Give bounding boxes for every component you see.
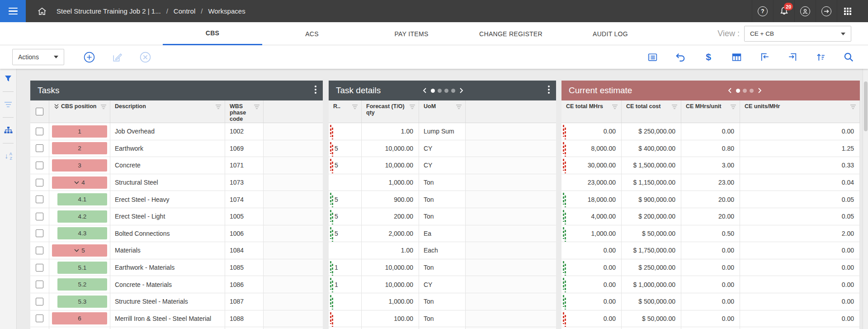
resource-cell[interactable]: 1 bbox=[329, 259, 362, 276]
description-cell[interactable]: Bolted Connections bbox=[110, 225, 225, 242]
cbs-position-badge[interactable]: 1 bbox=[52, 125, 107, 138]
sort-order-icon[interactable] bbox=[812, 48, 829, 66]
cbs-position-cell[interactable]: 5 bbox=[49, 242, 110, 259]
cbs-position-cell[interactable]: 6 bbox=[49, 310, 110, 327]
uom-cell[interactable]: Ton bbox=[419, 310, 466, 327]
ce-total-cost-cell[interactable]: $ 900,000.00 bbox=[622, 191, 681, 208]
cbs-position-badge[interactable]: 5.2 bbox=[57, 278, 107, 291]
currency-icon[interactable]: $ bbox=[700, 48, 717, 66]
ce-total-cost-cell[interactable]: $ 250,000.00 bbox=[622, 123, 681, 140]
wbs-code-cell[interactable]: 1002 bbox=[225, 123, 264, 140]
tab-pay-items[interactable]: PAY ITEMS bbox=[362, 22, 461, 45]
row-checkbox[interactable] bbox=[36, 128, 43, 135]
ce-units-mhr-cell[interactable]: 0.00 bbox=[740, 259, 860, 276]
ce-total-mhrs-cell[interactable]: 0.00 bbox=[561, 293, 622, 310]
uom-cell[interactable]: Ton bbox=[419, 174, 466, 191]
description-cell[interactable]: Concrete - Materials bbox=[110, 276, 225, 293]
ce-units-mhr-cell[interactable]: 0.05 bbox=[740, 208, 860, 225]
breadcrumb-project[interactable]: Steel Structure Training Job 2 | 1... bbox=[57, 7, 161, 15]
ce-units-mhr-cell[interactable]: 0.05 bbox=[740, 191, 860, 208]
columns-icon[interactable] bbox=[728, 48, 745, 66]
ce-mhrs-unit-cell[interactable]: 0.50 bbox=[681, 225, 740, 242]
filter-icon[interactable] bbox=[672, 105, 677, 110]
resource-cell[interactable] bbox=[329, 242, 362, 259]
carousel-prev-icon[interactable] bbox=[726, 86, 733, 95]
wbs-code-cell[interactable]: 1086 bbox=[225, 276, 264, 293]
sort-az-icon[interactable]: ↓ A Z bbox=[0, 146, 16, 166]
row-select-cell[interactable] bbox=[30, 140, 49, 157]
filter-icon[interactable] bbox=[612, 105, 618, 110]
breadcrumb-control[interactable]: Control bbox=[174, 7, 195, 15]
tab-audit-log[interactable]: AUDIT LOG bbox=[561, 22, 660, 45]
hierarchy-icon[interactable] bbox=[0, 120, 16, 140]
forecast-qty-cell[interactable]: 1,000.00 bbox=[362, 174, 419, 191]
notifications-icon[interactable]: 20 bbox=[773, 0, 794, 22]
row-checkbox[interactable] bbox=[36, 213, 43, 220]
filter-icon[interactable] bbox=[352, 105, 358, 110]
export-icon[interactable] bbox=[784, 48, 801, 66]
resource-cell[interactable] bbox=[329, 310, 362, 327]
carousel-dot[interactable] bbox=[444, 89, 448, 93]
cbs-position-badge[interactable]: 3 bbox=[52, 159, 107, 172]
help-icon[interactable]: ? bbox=[752, 0, 773, 22]
ce-total-mhrs-cell[interactable]: 18,000.00 bbox=[561, 191, 622, 208]
ce-total-mhrs-cell[interactable]: 0.00 bbox=[561, 123, 622, 140]
wbs-code-cell[interactable]: 1071 bbox=[225, 157, 264, 174]
cbs-position-cell[interactable]: 3 bbox=[49, 157, 110, 174]
row-checkbox[interactable] bbox=[36, 298, 43, 305]
description-cell[interactable]: Erect Steel - Heavy bbox=[110, 191, 225, 208]
add-icon[interactable] bbox=[80, 48, 98, 66]
forecast-qty-cell[interactable]: 100.00 bbox=[362, 310, 419, 327]
ce-total-cost-cell[interactable]: $ 50,000.00 bbox=[622, 225, 681, 242]
account-icon[interactable] bbox=[794, 0, 816, 22]
forecast-qty-cell[interactable]: 10,000.00 bbox=[362, 157, 419, 174]
ce-total-cost-cell[interactable]: $ 1,150,000.00 bbox=[622, 174, 681, 191]
ce-units-mhr-cell[interactable]: 0.00 bbox=[740, 123, 860, 140]
forecast-qty-cell[interactable]: 200.00 bbox=[362, 208, 419, 225]
uom-cell[interactable]: Ea bbox=[419, 225, 466, 242]
uom-cell[interactable]: Ton bbox=[419, 259, 466, 276]
cbs-position-cell[interactable]: 4.3 bbox=[49, 225, 110, 242]
forecast-qty-cell[interactable]: 10,000.00 bbox=[362, 140, 419, 157]
ce-mhrs-unit-cell[interactable]: 0.00 bbox=[681, 259, 740, 276]
column-header-ce-mhrs-unit[interactable]: CE MHrs/unit bbox=[681, 100, 740, 123]
resource-cell[interactable] bbox=[329, 174, 362, 191]
resource-cell[interactable]: 5 bbox=[329, 140, 362, 157]
filter-icon[interactable] bbox=[410, 105, 415, 110]
forecast-qty-cell[interactable]: 2,000.00 bbox=[362, 225, 419, 242]
ce-total-mhrs-cell[interactable]: 8,000.00 bbox=[561, 140, 622, 157]
filter-icon[interactable] bbox=[216, 105, 221, 110]
menu-icon[interactable] bbox=[0, 0, 26, 22]
wbs-code-cell[interactable]: 1069 bbox=[225, 140, 264, 157]
row-checkbox[interactable] bbox=[36, 162, 43, 169]
row-select-cell[interactable] bbox=[30, 310, 49, 327]
cbs-position-badge[interactable]: 5 bbox=[52, 244, 107, 257]
description-cell[interactable]: Materials bbox=[110, 242, 225, 259]
row-select-cell[interactable] bbox=[30, 208, 49, 225]
tab-cbs[interactable]: CBS bbox=[163, 22, 262, 45]
row-checkbox[interactable] bbox=[36, 229, 43, 237]
ce-total-cost-cell[interactable]: $ 400,000.00 bbox=[622, 140, 681, 157]
cbs-position-cell[interactable]: 5.3 bbox=[49, 293, 110, 310]
row-select-cell[interactable] bbox=[30, 225, 49, 242]
column-header-r[interactable]: R.. bbox=[329, 100, 362, 123]
column-header-ce-units-mhr[interactable]: CE units/MHr bbox=[740, 100, 860, 123]
scrollbar-thumb[interactable] bbox=[864, 81, 868, 131]
ce-total-mhrs-cell[interactable]: 30,000.00 bbox=[561, 157, 622, 174]
forecast-qty-cell[interactable]: 1.00 bbox=[362, 123, 419, 140]
row-select-cell[interactable] bbox=[30, 123, 49, 140]
filter-icon[interactable] bbox=[456, 105, 462, 110]
ce-total-cost-cell[interactable]: $ 250,000.00 bbox=[622, 259, 681, 276]
resource-cell[interactable]: 5 bbox=[329, 225, 362, 242]
wbs-code-cell[interactable]: 1084 bbox=[225, 242, 264, 259]
ce-units-mhr-cell[interactable]: 0.00 bbox=[740, 293, 860, 310]
cbs-position-badge[interactable]: 4.1 bbox=[57, 193, 107, 205]
row-checkbox[interactable] bbox=[36, 247, 43, 254]
carousel-dot[interactable] bbox=[451, 89, 455, 93]
row-select-cell[interactable] bbox=[30, 157, 49, 174]
cbs-position-cell[interactable]: 1 bbox=[49, 123, 110, 140]
ce-total-mhrs-cell[interactable]: 4,000.00 bbox=[561, 208, 622, 225]
ce-total-mhrs-cell[interactable]: 0.00 bbox=[561, 259, 622, 276]
row-select-cell[interactable] bbox=[30, 293, 49, 310]
filter-icon[interactable] bbox=[731, 105, 736, 110]
